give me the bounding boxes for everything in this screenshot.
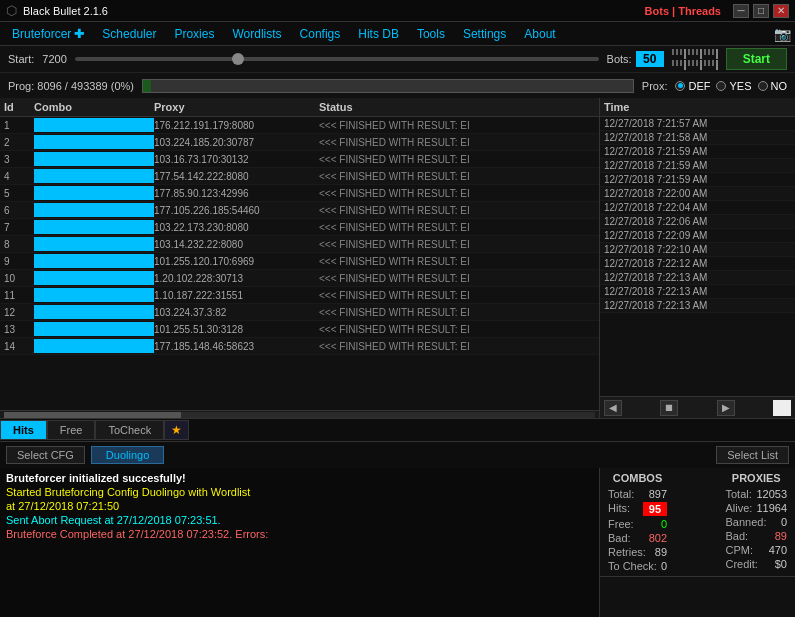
log-line: Sent Abort Request at 27/12/2018 07:23:5… (6, 514, 593, 526)
alive-label: Alive: (726, 502, 753, 514)
stats-section: COMBOS Total: 897 Hits: 95 Free: 0 Bad: … (600, 468, 795, 577)
radio-no-label: NO (771, 80, 788, 92)
cell-id: 7 (4, 222, 34, 233)
bots-tick-display (672, 49, 718, 70)
table-row: 4 177.54.142.222:8080 <<< FINISHED WITH … (0, 168, 599, 185)
bad-proxies-label: Bad: (726, 530, 749, 542)
menu-wordlists[interactable]: Wordlists (224, 25, 289, 43)
tab-tocheck[interactable]: ToCheck (95, 420, 164, 440)
time-header: Time (600, 98, 795, 117)
cell-id: 2 (4, 137, 34, 148)
banned-label: Banned: (726, 516, 767, 528)
cell-id: 13 (4, 324, 34, 335)
table-row: 8 103.14.232.22:8080 <<< FINISHED WITH R… (0, 236, 599, 253)
cell-proxy: 177.105.226.185:54460 (154, 205, 319, 216)
cell-combo (34, 186, 154, 200)
camera-icon[interactable]: 📷 (774, 26, 791, 42)
time-row: 12/27/2018 7:22:10 AM (600, 243, 795, 257)
menu-tools[interactable]: Tools (409, 25, 453, 43)
bottom-section: Bruteforcer initialized succesfully!Star… (0, 468, 795, 617)
radio-def[interactable]: DEF (675, 80, 710, 92)
progress-row: Prog: 8096 / 493389 (0%) Prox: DEF YES N… (0, 72, 795, 98)
menu-proxies[interactable]: Proxies (166, 25, 222, 43)
tab-group: Hits Free ToCheck (0, 420, 164, 440)
menu-bar: Bruteforcer ✚ Scheduler Proxies Wordlist… (0, 22, 795, 46)
cell-combo (34, 220, 154, 234)
total-proxies-label: Total: (726, 488, 752, 500)
select-cfg-button[interactable]: Select CFG (6, 446, 85, 464)
time-row: 12/27/2018 7:22:13 AM (600, 299, 795, 313)
time-row: 12/27/2018 7:21:57 AM (600, 117, 795, 131)
radio-dot-yes (716, 81, 726, 91)
cell-combo (34, 339, 154, 353)
start-label: Start: (8, 53, 34, 65)
minimize-button[interactable]: ─ (733, 4, 749, 18)
total-proxies-row: Total: 12053 (726, 488, 788, 500)
start-slider-thumb (232, 53, 244, 65)
time-row: 12/27/2018 7:22:13 AM (600, 271, 795, 285)
bad-proxies-value: 89 (775, 530, 787, 542)
cell-id: 8 (4, 239, 34, 250)
bad-combos-value: 802 (649, 532, 667, 544)
free-label: Free: (608, 518, 634, 530)
cell-id: 12 (4, 307, 34, 318)
cpm-label: CPM: (726, 544, 754, 556)
cell-status: <<< FINISHED WITH RESULT: EI (319, 324, 595, 335)
menu-hitsdb[interactable]: Hits DB (350, 25, 407, 43)
cell-proxy: 103.14.232.22:8080 (154, 239, 319, 250)
cell-proxy: 177.85.90.123:42996 (154, 188, 319, 199)
app-icon: ⬡ (6, 3, 17, 18)
menu-configs[interactable]: Configs (292, 25, 349, 43)
banned-value: 0 (781, 516, 787, 528)
cell-combo (34, 169, 154, 183)
time-prev-button[interactable]: ◀ (604, 400, 622, 416)
table-horizontal-scrollbar[interactable] (0, 410, 599, 418)
close-button[interactable]: ✕ (773, 4, 789, 18)
cell-combo (34, 203, 154, 217)
menu-bruteforcer[interactable]: Bruteforcer ✚ (4, 25, 92, 43)
menu-scheduler[interactable]: Scheduler (94, 25, 164, 43)
time-row: 12/27/2018 7:21:59 AM (600, 145, 795, 159)
tab-free[interactable]: Free (47, 420, 96, 440)
table-row: 3 103.16.73.170:30132 <<< FINISHED WITH … (0, 151, 599, 168)
table-row: 12 103.224.37.3:82 <<< FINISHED WITH RES… (0, 304, 599, 321)
select-list-button[interactable]: Select List (716, 446, 789, 464)
menu-about[interactable]: About (516, 25, 563, 43)
table-row: 14 177.185.148.46:58623 <<< FINISHED WIT… (0, 338, 599, 355)
radio-no[interactable]: NO (758, 80, 788, 92)
cell-status: <<< FINISHED WITH RESULT: EI (319, 188, 595, 199)
table-row: 1 176.212.191.179:8080 <<< FINISHED WITH… (0, 117, 599, 134)
log-line: Bruteforcer initialized succesfully! (6, 472, 593, 484)
tab-hits[interactable]: Hits (0, 420, 47, 440)
radio-yes-label: YES (729, 80, 751, 92)
progress-fill (143, 80, 151, 92)
hits-row: Hits: 95 (608, 502, 667, 516)
cell-id: 3 (4, 154, 34, 165)
cell-proxy: 1.10.187.222:31551 (154, 290, 319, 301)
radio-yes[interactable]: YES (716, 80, 751, 92)
radio-def-label: DEF (688, 80, 710, 92)
cell-proxy: 176.212.191.179:8080 (154, 120, 319, 131)
retries-label: Retries: (608, 546, 646, 558)
bad-combos-row: Bad: 802 (608, 532, 667, 544)
start-button[interactable]: Start (726, 48, 787, 70)
cell-combo (34, 305, 154, 319)
bruteforcer-plus-icon: ✚ (74, 27, 84, 41)
cell-proxy: 103.224.185.20:30787 (154, 137, 319, 148)
bad-proxies-row: Bad: 89 (726, 530, 788, 542)
time-stop-button[interactable]: ⏹ (660, 400, 678, 416)
retries-value: 89 (655, 546, 667, 558)
stats-panel: COMBOS Total: 897 Hits: 95 Free: 0 Bad: … (600, 468, 795, 617)
log-area: Bruteforcer initialized succesfully!Star… (0, 468, 600, 617)
time-row: 12/27/2018 7:22:09 AM (600, 229, 795, 243)
menu-settings[interactable]: Settings (455, 25, 514, 43)
time-row: 12/27/2018 7:22:12 AM (600, 257, 795, 271)
start-slider[interactable] (75, 57, 599, 61)
time-next-button[interactable]: ▶ (717, 400, 735, 416)
cell-status: <<< FINISHED WITH RESULT: EI (319, 171, 595, 182)
cell-combo (34, 135, 154, 149)
cell-status: <<< FINISHED WITH RESULT: EI (319, 341, 595, 352)
star-button[interactable]: ★ (164, 420, 189, 440)
maximize-button[interactable]: □ (753, 4, 769, 18)
time-row: 12/27/2018 7:22:13 AM (600, 285, 795, 299)
